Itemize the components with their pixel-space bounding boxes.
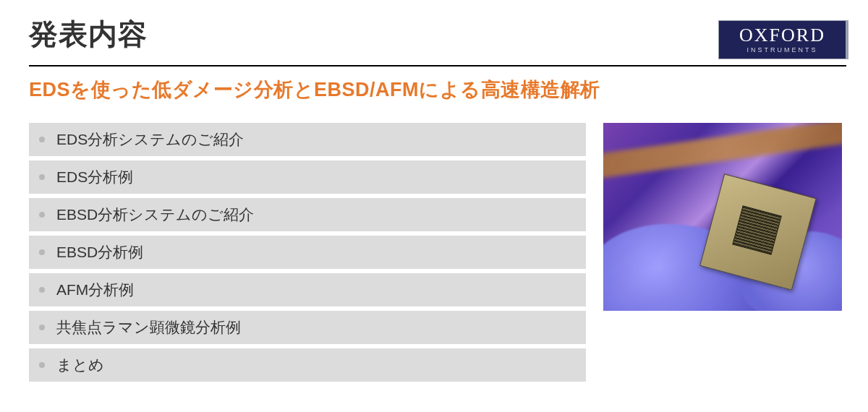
agenda-list: EDS分析システムのご紹介 EDS分析例 EBSD分析システムのご紹介 EBSD… (29, 123, 586, 382)
list-item-label: EBSD分析システムのご紹介 (56, 205, 254, 225)
logo-text-main: OXFORD (739, 26, 825, 45)
page-title: 発表内容 (29, 14, 148, 54)
list-item-label: 共焦点ラマン顕微鏡分析例 (56, 317, 241, 338)
list-item-label: まとめ (56, 355, 104, 375)
list-item-label: EDS分析システムのご紹介 (56, 129, 244, 150)
list-item: EBSD分析例 (29, 236, 586, 269)
illustration-chip-photo (603, 123, 842, 311)
list-item: EDS分析システムのご紹介 (29, 123, 586, 156)
content-area: EDS分析システムのご紹介 EDS分析例 EBSD分析システムのご紹介 EBSD… (29, 123, 846, 382)
list-item: EDS分析例 (29, 160, 586, 194)
subtitle: EDSを使った低ダメージ分析とEBSD/AFMによる高速構造解析 (29, 77, 846, 103)
list-item: 共焦点ラマン顕微鏡分析例 (29, 311, 586, 344)
list-item: まとめ (29, 348, 586, 382)
photo-bg-streak (603, 123, 842, 179)
slide-header: 発表内容 OXFORD INSTRUMENTS (0, 0, 868, 59)
list-item: AFM分析例 (29, 273, 586, 306)
list-item-label: EBSD分析例 (56, 242, 143, 262)
list-item: EBSD分析システムのご紹介 (29, 198, 586, 231)
list-item-label: AFM分析例 (56, 280, 134, 300)
company-logo: OXFORD INSTRUMENTS (718, 20, 846, 59)
divider (29, 65, 846, 66)
list-item-label: EDS分析例 (56, 167, 133, 187)
logo-text-sub: INSTRUMENTS (747, 46, 818, 53)
